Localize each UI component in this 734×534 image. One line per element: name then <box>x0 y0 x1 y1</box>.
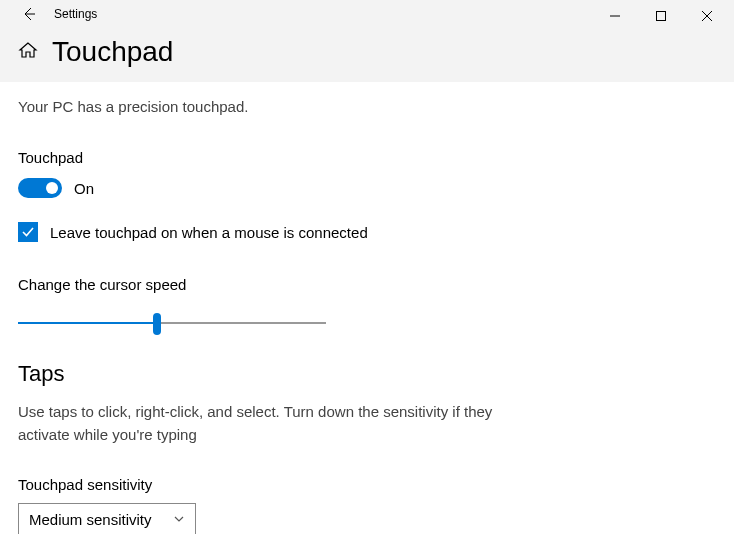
titlebar: Settings <box>0 0 734 32</box>
toggle-knob <box>46 182 58 194</box>
cursor-speed-slider[interactable] <box>18 311 326 335</box>
cursor-speed-label: Change the cursor speed <box>18 276 716 293</box>
checkmark-icon <box>21 225 35 239</box>
app-title: Settings <box>54 7 97 21</box>
sensitivity-dropdown[interactable]: Medium sensitivity <box>18 503 196 534</box>
back-arrow-icon <box>20 6 36 22</box>
touchpad-description: Your PC has a precision touchpad. <box>18 98 716 115</box>
maximize-button[interactable] <box>638 1 684 31</box>
maximize-icon <box>656 11 666 21</box>
home-icon <box>18 40 38 60</box>
slider-thumb <box>153 313 161 335</box>
minimize-button[interactable] <box>592 1 638 31</box>
touchpad-section-label: Touchpad <box>18 149 716 166</box>
back-button[interactable] <box>20 6 36 22</box>
chevron-down-icon <box>173 513 185 525</box>
touchpad-toggle[interactable] <box>18 178 62 198</box>
minimize-icon <box>610 11 620 21</box>
sensitivity-label: Touchpad sensitivity <box>18 476 716 493</box>
close-button[interactable] <box>684 1 730 31</box>
touchpad-toggle-label: On <box>74 180 94 197</box>
svg-rect-1 <box>657 12 666 21</box>
leave-on-checkbox-label: Leave touchpad on when a mouse is connec… <box>50 224 368 241</box>
header: Touchpad <box>0 32 734 82</box>
taps-description: Use taps to click, right-click, and sele… <box>18 401 518 446</box>
home-button[interactable] <box>18 40 38 64</box>
page-title: Touchpad <box>52 36 173 68</box>
slider-fill <box>18 322 157 324</box>
taps-heading: Taps <box>18 361 716 387</box>
close-icon <box>702 11 712 21</box>
sensitivity-value: Medium sensitivity <box>29 511 152 528</box>
leave-on-checkbox[interactable] <box>18 222 38 242</box>
